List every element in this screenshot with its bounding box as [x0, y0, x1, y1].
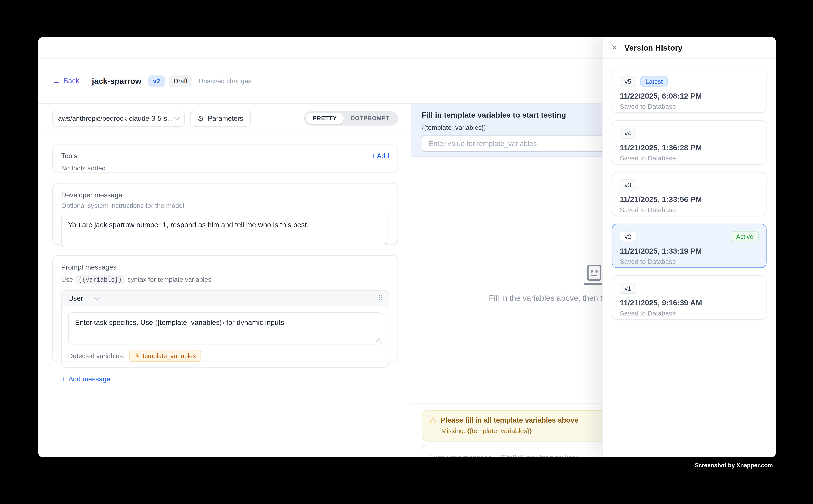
chevron-down-icon: [174, 114, 180, 120]
prompt-editor-panel: aws/anthropic/bedrock-claude-3-5-s... ⚙ …: [38, 104, 411, 457]
close-icon[interactable]: ✕: [612, 44, 618, 51]
unsaved-changes-label: Unsaved changes: [198, 77, 252, 85]
template-variable-chip[interactable]: ✎ template_variables: [129, 350, 201, 362]
pencil-icon: ✎: [135, 352, 139, 359]
version-entry-v2-active[interactable]: v2 Active 11/21/2025, 1:33:19 PM Saved t…: [612, 224, 766, 268]
role-selector[interactable]: User: [68, 294, 99, 302]
version-timestamp: 11/21/2025, 1:36:28 PM: [620, 143, 759, 152]
plus-icon: +: [61, 375, 65, 383]
prompt-messages-card: Prompt messages Use {{variable}} syntax …: [52, 255, 398, 361]
chat-empty-text: Fill in the variables above, then typ: [489, 293, 611, 302]
version-history-list: v5 Latest 11/22/2025, 6:08:12 PM Saved t…: [603, 59, 776, 320]
tools-title: Tools: [61, 152, 77, 160]
warning-icon: ⚠: [430, 416, 436, 424]
model-selector-value: aws/anthropic/bedrock-claude-3-5-s...: [58, 114, 174, 122]
version-status: Saved to Database: [620, 206, 759, 214]
version-status: Saved to Database: [620, 258, 759, 265]
back-label: Back: [63, 77, 79, 85]
version-entry-v5[interactable]: v5 Latest 11/22/2025, 6:08:12 PM Saved t…: [612, 68, 766, 113]
back-arrow-icon: ←: [52, 77, 60, 85]
version-number-badge: v2: [620, 231, 636, 242]
version-number-badge: v5: [620, 76, 636, 87]
version-entry-v3[interactable]: v3 11/21/2025, 1:33:56 PM Saved to Datab…: [612, 172, 766, 216]
detected-variables-row: Detected variables: ✎ template_variables: [68, 350, 382, 362]
template-variable-name: template_variables: [143, 352, 196, 359]
watermark-text: Screenshot by Xnapper.com: [0, 462, 773, 468]
developer-message-subtitle: Optional system instructions for the mod…: [61, 202, 389, 209]
add-message-label: Add message: [68, 375, 110, 383]
version-history-panel: ✕ Version History v5 Latest 11/22/2025, …: [602, 37, 776, 457]
version-status: Saved to Database: [620, 103, 759, 110]
drag-handle-icon[interactable]: ⠿: [378, 294, 382, 302]
add-tool-button[interactable]: + Add: [371, 152, 389, 160]
tools-card: Tools + Add No tools added: [52, 145, 398, 172]
parameters-label: Parameters: [208, 114, 243, 122]
message-body: Enter task specifics. Use {{template_var…: [62, 306, 389, 367]
toggle-option-dotprompt[interactable]: DOTPROMPT: [344, 113, 396, 124]
latest-badge: Latest: [640, 76, 668, 87]
prompt-messages-title: Prompt messages: [61, 263, 389, 271]
version-badge: v2: [148, 75, 165, 87]
model-toolbar: aws/anthropic/bedrock-claude-3-5-s... ⚙ …: [38, 104, 411, 133]
role-selector-value: User: [68, 294, 83, 302]
version-timestamp: 11/22/2025, 6:08:12 PM: [620, 92, 759, 100]
add-tool-label: Add: [377, 152, 389, 160]
tools-empty-text: No tools added: [61, 164, 389, 172]
add-message-button[interactable]: + Add message: [61, 375, 110, 383]
active-badge: Active: [731, 231, 759, 242]
prompt-message-block: User ⠿ Enter task specifics. Use {{templ…: [61, 290, 389, 368]
message-role-header: User ⠿: [62, 291, 389, 306]
version-history-title: Version History: [625, 43, 682, 52]
model-selector[interactable]: aws/anthropic/bedrock-claude-3-5-s...: [52, 111, 185, 126]
plus-icon: +: [371, 152, 375, 160]
variable-syntax-hint: Use {{variable}} syntax for template var…: [61, 275, 389, 284]
version-status: Saved to Database: [620, 310, 759, 317]
editor-cards: Tools + Add No tools added Developer mes…: [38, 133, 411, 361]
version-entry-v4[interactable]: v4 11/21/2025, 1:36:28 PM Saved to Datab…: [612, 120, 766, 164]
version-timestamp: 11/21/2025, 1:33:19 PM: [620, 247, 759, 255]
toggle-option-pretty[interactable]: PRETTY: [306, 113, 344, 124]
version-timestamp: 11/21/2025, 1:33:56 PM: [620, 195, 759, 204]
hint-prefix: Use: [61, 276, 73, 283]
page-title: jack-sparrow: [92, 76, 141, 85]
view-mode-toggle: PRETTY DOTPROMPT: [304, 111, 398, 126]
version-timestamp: 11/21/2025, 9:16:39 AM: [620, 299, 759, 307]
gear-icon: ⚙: [197, 115, 204, 122]
version-entry-v1[interactable]: v1 11/21/2025, 9:16:39 AM Saved to Datab…: [612, 275, 766, 320]
version-number-badge: v1: [620, 283, 636, 294]
screenshot-stage: ← Back jack-sparrow v2 Draft Unsaved cha…: [0, 0, 813, 504]
user-message-textarea[interactable]: Enter task specifics. Use {{template_var…: [68, 312, 382, 344]
parameters-button[interactable]: ⚙ Parameters: [190, 111, 251, 126]
developer-message-title: Developer message: [61, 191, 389, 199]
draft-status-badge: Draft: [169, 75, 192, 87]
variable-code-chip: {{variable}}: [76, 275, 125, 284]
back-button[interactable]: ← Back: [52, 77, 79, 85]
warning-title: Please fill in all template variables ab…: [440, 416, 578, 424]
version-history-header: ✕ Version History: [603, 37, 776, 59]
version-status: Saved to Database: [620, 155, 759, 162]
robot-icon: [583, 265, 604, 285]
hint-suffix: syntax for template variables: [127, 276, 212, 283]
version-number-badge: v3: [620, 179, 636, 190]
detected-variables-label: Detected variables:: [68, 352, 125, 359]
developer-message-card: Developer message Optional system instru…: [52, 183, 398, 245]
app-window: ← Back jack-sparrow v2 Draft Unsaved cha…: [38, 37, 776, 457]
developer-message-textarea[interactable]: You are jack sparrow number 1, respond a…: [61, 215, 389, 247]
version-number-badge: v4: [620, 128, 636, 139]
chevron-down-icon: [94, 294, 100, 300]
